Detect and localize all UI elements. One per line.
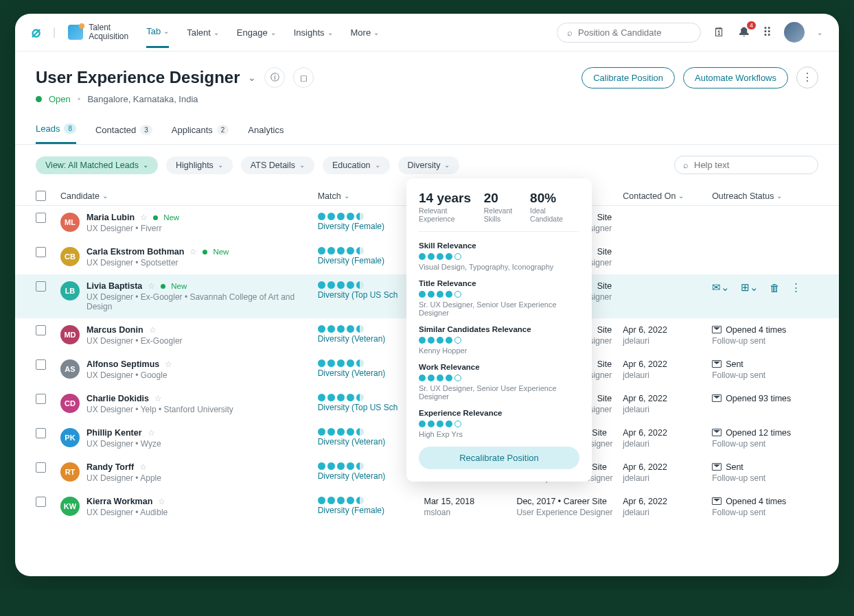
module-selector[interactable]: Talent Acquisition <box>68 23 128 41</box>
tab-analytics[interactable]: Analytics <box>248 123 284 144</box>
candidate-avatar: KW <box>60 497 80 516</box>
new-label: New <box>213 248 229 256</box>
search-input[interactable] <box>578 27 693 38</box>
filter-chip-ats-details[interactable]: ATS Details⌄ <box>241 156 314 174</box>
diversity-tag: Diversity (Female) <box>318 506 424 515</box>
popover-section: Similar Candidates RelevanceKenny Hopper <box>419 325 579 355</box>
bookmark-icon[interactable]: ◻ <box>293 67 314 88</box>
mail-icon <box>712 497 722 505</box>
candidate-avatar: CB <box>60 247 80 266</box>
row-checkbox[interactable] <box>36 281 46 292</box>
search-icon: ⌕ <box>683 160 689 170</box>
row-checkbox[interactable] <box>36 247 46 257</box>
candidate-subtitle: UX Designer • Fiverr <box>86 224 179 233</box>
topbar: ⌀ | Talent Acquisition Tab⌄Talent⌄Engage… <box>15 14 839 51</box>
recalibrate-button[interactable]: Recalibrate Position <box>419 447 579 469</box>
workflow-action-icon[interactable]: ⊞⌄ <box>741 281 759 294</box>
row-checkbox[interactable] <box>36 359 46 370</box>
new-dot <box>153 215 158 220</box>
search-icon: ⌕ <box>567 27 573 38</box>
match-rating <box>318 497 424 504</box>
row-checkbox[interactable] <box>36 325 46 335</box>
candidate-name: Charlie Dokidis <box>86 394 149 403</box>
candidate-subtitle: UX Designer • Apple <box>86 473 161 483</box>
module-label: Talent Acquisition <box>89 23 128 41</box>
module-icon <box>68 25 83 40</box>
candidate-name: Maria Lubin <box>86 213 135 222</box>
automate-button[interactable]: Automate Workflows <box>683 67 788 88</box>
candidate-name: Kierra Workman <box>86 497 152 506</box>
nav-menu: Tab⌄Talent⌄Engage⌄Insights⌄More⌄ <box>146 26 379 38</box>
row-checkbox[interactable] <box>36 394 46 404</box>
candidate-subtitle: UX Designer • Wyze <box>86 439 161 449</box>
nav-item-talent[interactable]: Talent⌄ <box>187 26 219 48</box>
table-row[interactable]: KWKierra Workman☆UX Designer • AudibleDi… <box>15 490 839 524</box>
col-contacted[interactable]: Contacted On⌄ <box>623 191 712 201</box>
star-icon[interactable]: ☆ <box>149 325 157 335</box>
candidate-name: Livia Baptista <box>86 281 142 291</box>
notif-badge: 4 <box>747 21 756 29</box>
row-checkbox[interactable] <box>36 462 46 473</box>
more-actions-icon[interactable]: ⋮ <box>796 67 818 88</box>
mail-icon <box>712 394 722 402</box>
row-checkbox[interactable] <box>36 497 46 507</box>
star-icon[interactable]: ☆ <box>165 359 172 369</box>
filter-chip-diversity[interactable]: Diversity⌄ <box>398 156 460 174</box>
popover-section: Title RelevanceSr. UX Designer, Senior U… <box>419 279 579 317</box>
candidate-avatar: RT <box>60 462 80 482</box>
star-icon[interactable]: ☆ <box>158 497 165 506</box>
candidate-subtitle: UX Designer • Yelp • Stanford University <box>86 405 233 414</box>
tab-applicants[interactable]: Applicants2 <box>172 123 229 144</box>
status-dot <box>36 96 42 102</box>
star-icon[interactable]: ☆ <box>148 428 155 438</box>
chevron-down-icon: ⌄ <box>270 29 276 36</box>
filter-chip-education[interactable]: Education⌄ <box>323 156 390 174</box>
star-icon[interactable]: ☆ <box>189 247 197 257</box>
apps-grid-icon[interactable]: ⠿ <box>763 25 772 40</box>
candidate-subtitle: UX Designer • Ex-Googler <box>86 336 183 346</box>
row-checkbox[interactable] <box>36 428 46 438</box>
popover-section: Experience RelevanceHigh Exp Yrs <box>419 409 579 438</box>
star-icon[interactable]: ☆ <box>140 213 148 222</box>
candidate-subtitle: UX Designer • Spotsetter <box>86 258 229 268</box>
mail-icon <box>712 326 722 333</box>
nav-item-tab[interactable]: Tab⌄ <box>146 26 169 48</box>
col-candidate[interactable]: Candidate⌄ <box>60 191 318 201</box>
mail-icon <box>712 360 722 368</box>
archive-action-icon[interactable]: 🗑︎ <box>770 282 780 294</box>
global-search[interactable]: ⌕ <box>557 23 701 43</box>
candidate-subtitle: UX Designer • Google <box>86 370 172 380</box>
star-icon[interactable]: ☆ <box>139 462 147 472</box>
popover-stat: 20Relevant Skills <box>484 191 530 223</box>
title-dropdown[interactable]: ⌄ <box>248 72 256 83</box>
tab-leads[interactable]: Leads8 <box>36 123 76 144</box>
popover-stat: 80%Ideal Candidate <box>530 191 579 223</box>
app-window: ⌀ | Talent Acquisition Tab⌄Talent⌄Engage… <box>15 14 839 576</box>
nav-item-more[interactable]: More⌄ <box>351 26 380 48</box>
calendar-icon[interactable]: 🗓︎ <box>713 25 726 40</box>
view-chip[interactable]: View: All Matched Leads⌄ <box>36 156 158 174</box>
info-icon[interactable]: ⓘ <box>264 67 285 88</box>
notifications-icon[interactable]: 🔔︎4 <box>738 25 750 40</box>
help-search-input[interactable] <box>694 160 809 170</box>
row-checkbox[interactable] <box>36 213 46 223</box>
filter-chip-highlights[interactable]: Highlights⌄ <box>166 156 233 174</box>
user-avatar[interactable] <box>784 22 805 43</box>
new-dot <box>161 284 165 289</box>
relevance-popover: 14 yearsRelevant Experience20Relevant Sk… <box>406 178 592 482</box>
chevron-down-icon[interactable]: ⌄ <box>817 29 822 36</box>
nav-item-engage[interactable]: Engage⌄ <box>237 26 276 48</box>
nav-item-insights[interactable]: Insights⌄ <box>294 26 333 48</box>
calibrate-button[interactable]: Calibrate Position <box>581 67 675 88</box>
chevron-down-icon: ⌄ <box>373 29 379 36</box>
help-search[interactable]: ⌕ <box>674 156 818 174</box>
star-icon[interactable]: ☆ <box>154 394 162 403</box>
star-icon[interactable]: ☆ <box>148 281 155 291</box>
col-outreach[interactable]: Outreach Status⌄ <box>712 191 818 201</box>
select-all-checkbox[interactable] <box>36 191 46 201</box>
candidate-name: Carla Ekstrom Bothman <box>86 247 184 257</box>
more-action-icon[interactable]: ⋮ <box>791 281 801 294</box>
email-action-icon[interactable]: ✉⌄ <box>712 281 730 294</box>
tab-contacted[interactable]: Contacted3 <box>95 123 152 144</box>
candidate-name: Randy Torff <box>86 462 134 472</box>
